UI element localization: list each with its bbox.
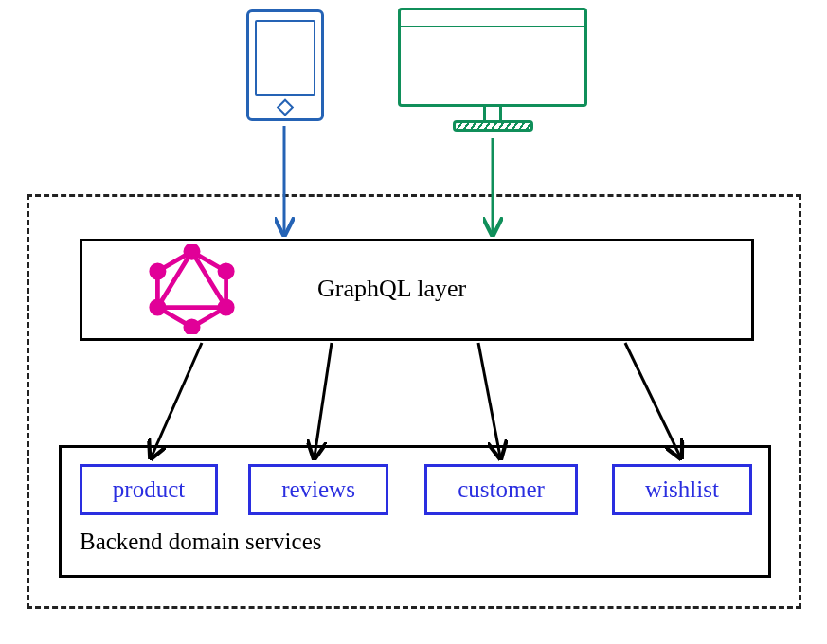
service-product: product [80, 464, 218, 515]
service-customer: customer [424, 464, 578, 515]
graphql-logo-icon [147, 244, 237, 334]
service-wishlist: wishlist [612, 464, 752, 515]
architecture-diagram: GraphQL layer product reviews customer w… [0, 0, 827, 644]
tablet-client-icon [246, 9, 324, 121]
desktop-client-icon [398, 8, 587, 132]
service-reviews: reviews [248, 464, 388, 515]
graphql-layer-label: GraphQL layer [317, 275, 466, 303]
backend-services-label: Backend domain services [80, 528, 321, 555]
